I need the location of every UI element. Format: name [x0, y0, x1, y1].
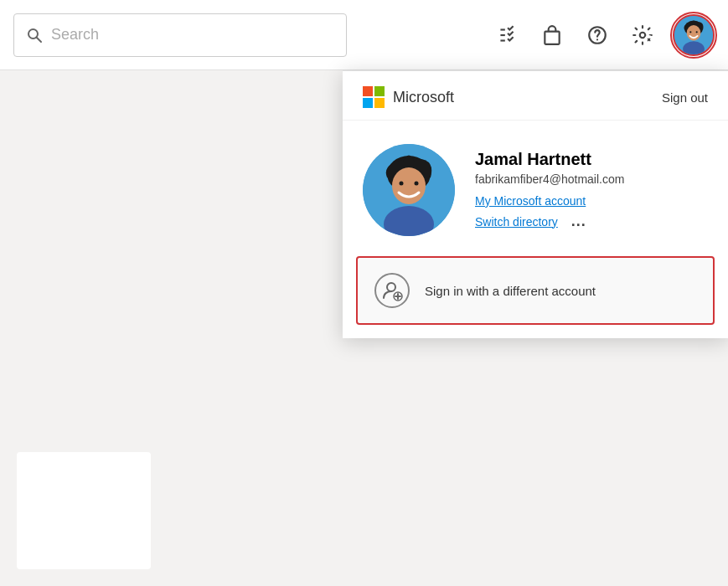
ms-red — [363, 86, 373, 96]
svg-rect-5 — [545, 31, 559, 44]
dropdown-header: Microsoft Sign out — [343, 71, 728, 121]
svg-point-22 — [387, 283, 395, 291]
topbar: Search — [0, 0, 728, 70]
ms-green — [374, 86, 385, 96]
avatar-button[interactable] — [673, 14, 715, 56]
svg-point-7 — [596, 39, 598, 40]
sidebar — [0, 70, 168, 586]
profile-avatar-icon — [363, 144, 455, 236]
help-icon[interactable] — [582, 20, 612, 50]
profile-info: Jamal Hartnett fabrikamfiber4@hotmail.co… — [475, 150, 708, 230]
topbar-icons — [492, 14, 715, 56]
profile-avatar — [363, 144, 455, 236]
ms-blue — [363, 98, 373, 108]
svg-point-14 — [689, 31, 691, 33]
my-account-link[interactable]: My Microsoft account — [475, 194, 708, 208]
svg-point-20 — [400, 182, 404, 186]
svg-point-18 — [392, 167, 426, 204]
ms-yellow — [374, 98, 385, 108]
switch-directory-link[interactable]: Switch directory — [475, 215, 558, 229]
avatar-icon — [674, 16, 713, 54]
settings-icon[interactable] — [627, 20, 658, 50]
add-account-icon — [374, 273, 410, 308]
search-placeholder: Search — [51, 26, 99, 44]
sign-in-different-button[interactable]: Sign in with a different account — [356, 256, 715, 325]
profile-actions-row: Switch directory ... — [475, 213, 708, 230]
svg-point-21 — [415, 182, 419, 186]
sign-out-button[interactable]: Sign out — [662, 90, 708, 105]
bag-icon[interactable] — [537, 20, 567, 50]
microsoft-logo: Microsoft — [363, 86, 454, 108]
svg-line-1 — [37, 37, 42, 42]
microsoft-label: Microsoft — [393, 89, 454, 106]
search-box[interactable]: Search — [13, 13, 347, 57]
profile-section: Jamal Hartnett fabrikamfiber4@hotmail.co… — [343, 121, 728, 256]
account-dropdown: Microsoft Sign out — [343, 70, 728, 338]
ms-grid-icon — [363, 86, 385, 108]
tasks-icon[interactable] — [492, 20, 522, 50]
svg-point-15 — [696, 31, 698, 33]
sign-in-different-label: Sign in with a different account — [425, 284, 596, 298]
more-options-button[interactable]: ... — [571, 213, 586, 230]
svg-point-8 — [640, 32, 646, 38]
sidebar-card — [17, 452, 151, 569]
profile-name: Jamal Hartnett — [475, 150, 708, 169]
search-icon — [26, 27, 43, 44]
profile-email: fabrikamfiber4@hotmail.com — [475, 172, 708, 186]
